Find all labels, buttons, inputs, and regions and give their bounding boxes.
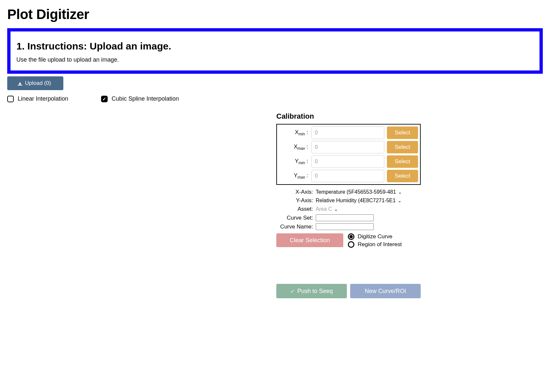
cubic-spline-label: Cubic Spline Interpolation [112, 95, 179, 102]
calib-select-ymin[interactable]: Select [387, 155, 418, 168]
curve-name-input[interactable] [316, 223, 374, 230]
yaxis-label: Y-Axis: [276, 197, 313, 204]
page-title: Plot Digitizer [7, 7, 543, 22]
calib-select-xmax[interactable]: Select [387, 141, 418, 153]
bottom-buttons: Push to Seeq New Curve/ROI [276, 284, 421, 298]
calib-input-xmin[interactable] [311, 127, 384, 139]
calib-row-xmax: Xmax : Select [279, 141, 418, 153]
instructions-heading: 1. Instructions: Upload an image. [16, 41, 534, 52]
calibration-xy-box: Xmin : Select Xmax : Select Ymin : Selec… [276, 124, 421, 185]
calib-label-ymin: Ymin : [279, 158, 309, 165]
chevron-down-icon: ⌄ [398, 198, 402, 203]
xaxis-row: X-Axis: Temperature (5F456553-5959-481 ⌄ [276, 189, 421, 195]
curve-set-label: Curve Set: [276, 215, 313, 221]
clear-selection-button[interactable]: Clear Selection [276, 233, 343, 247]
calib-row-xmin: Xmin : Select [279, 127, 418, 139]
chevron-down-icon: ⌄ [334, 206, 338, 212]
roi-label: Region of Interest [358, 241, 402, 248]
linear-interpolation-checkbox[interactable]: Linear Interpolation [7, 95, 68, 102]
calib-select-ymax[interactable]: Select [387, 170, 418, 182]
xaxis-label: X-Axis: [276, 189, 313, 195]
chevron-down-icon: ⌄ [398, 189, 402, 195]
asset-label: Asset: [276, 206, 313, 212]
asset-placeholder: Area C [316, 206, 332, 212]
calibration-title: Calibration [276, 112, 421, 121]
curve-set-input[interactable] [316, 214, 374, 221]
calib-input-ymin[interactable] [311, 155, 384, 168]
curve-set-row: Curve Set: [276, 214, 421, 221]
calib-label-ymax: Ymax : [279, 172, 309, 180]
curve-name-label: Curve Name: [276, 224, 313, 230]
upload-icon [18, 81, 22, 86]
instructions-box: 1. Instructions: Upload an image. Use th… [7, 28, 543, 74]
roi-radio[interactable]: Region of Interest [348, 241, 402, 248]
yaxis-row: Y-Axis: Relative Humidity (4E8C7271-5E1 … [276, 197, 421, 204]
calib-row-ymin: Ymin : Select [279, 155, 418, 168]
curve-name-row: Curve Name: [276, 223, 421, 230]
cubic-spline-checkbox[interactable]: Cubic Spline Interpolation [101, 95, 179, 102]
check-icon [290, 288, 295, 295]
calibration-panel: Calibration Xmin : Select Xmax : Select … [276, 112, 421, 298]
calib-label-xmin: Xmin : [279, 129, 309, 136]
digitize-curve-radio[interactable]: Digitize Curve [348, 233, 402, 240]
checkbox-box [7, 96, 14, 102]
calib-input-ymax[interactable] [311, 170, 384, 182]
push-label: Push to Seeq [297, 288, 333, 295]
radio-dot [348, 233, 354, 240]
calib-row-ymax: Ymax : Select [279, 170, 418, 182]
instructions-body: Use the file upload to upload an image. [16, 56, 534, 63]
interpolation-options: Linear Interpolation Cubic Spline Interp… [7, 95, 543, 102]
upload-button[interactable]: Upload (0) [7, 76, 63, 90]
upload-button-label: Upload (0) [25, 80, 51, 87]
xaxis-select[interactable]: Temperature (5F456553-5959-481 ⌄ [316, 189, 402, 195]
xaxis-value: Temperature (5F456553-5959-481 [316, 189, 396, 195]
yaxis-select[interactable]: Relative Humidity (4E8C7271-5E1 ⌄ [316, 198, 402, 204]
checkbox-box [101, 96, 108, 102]
mode-radio-group: Digitize Curve Region of Interest [348, 233, 402, 248]
push-to-seeq-button[interactable]: Push to Seeq [276, 284, 347, 298]
asset-row: Asset: Area C ⌄ [276, 206, 421, 212]
new-curve-button[interactable]: New Curve/ROI [350, 284, 421, 298]
digitize-curve-label: Digitize Curve [358, 233, 392, 240]
clear-row: Clear Selection Digitize Curve Region of… [276, 233, 421, 248]
asset-select[interactable]: Area C ⌄ [316, 206, 338, 212]
calib-select-xmin[interactable]: Select [387, 127, 418, 139]
radio-dot [348, 241, 354, 248]
calib-input-xmax[interactable] [311, 141, 384, 153]
linear-interpolation-label: Linear Interpolation [18, 95, 68, 102]
yaxis-value: Relative Humidity (4E8C7271-5E1 [316, 198, 396, 204]
calib-label-xmax: Xmax : [279, 144, 309, 151]
